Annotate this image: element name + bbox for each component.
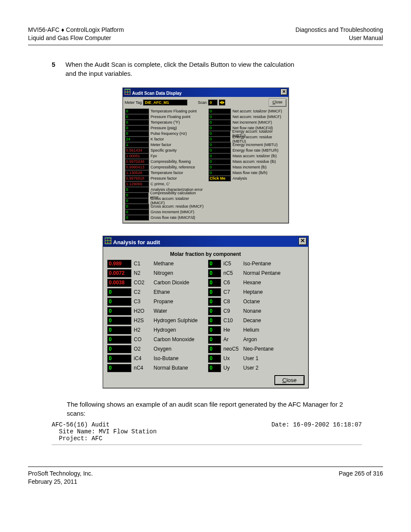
data-row: 24K factor	[125, 137, 204, 142]
component-name: Argon	[243, 336, 295, 342]
data-row: 1.130528Temperature factor	[125, 170, 204, 176]
value-field: 0	[208, 260, 221, 268]
value-field: 0	[208, 269, 221, 277]
meter-tag-field[interactable]: DIE_AFC_M1	[143, 100, 187, 106]
value-label: Energy increment (MBTU)	[231, 143, 278, 147]
component-name: Decane	[243, 317, 295, 324]
data-row: 0Mass accum: totalizer (lb)	[209, 153, 286, 159]
value-field: 0	[125, 193, 149, 198]
header-left-1: MVI56-AFC ♦ ControlLogix Platform	[28, 26, 124, 34]
component-symbol: C9	[224, 308, 241, 314]
component-name: Normal Pentane	[243, 270, 295, 276]
value-label: Gross increment (MMCF)	[149, 210, 195, 214]
component-name: Carbon Monoxide	[154, 336, 206, 342]
component-name: Iso-Pentane	[243, 261, 295, 267]
value-field: 0	[209, 114, 231, 120]
component-symbol: He	[224, 327, 241, 333]
arrow-left-icon[interactable]	[220, 101, 222, 104]
click-me-button[interactable]: Click Me	[209, 176, 231, 181]
value-field: 0	[125, 109, 149, 114]
component-name: Methane	[154, 261, 206, 267]
dialog-title: Audit Scan Data Display	[132, 91, 182, 96]
data-row: Click MeAnalysis	[209, 176, 286, 181]
value-field: 0	[209, 170, 231, 176]
value-label: Pressure Floating point	[149, 115, 191, 119]
data-row: 0.9976918Pressure factor	[125, 176, 204, 181]
value-field: 0.9980413	[125, 165, 149, 170]
step-number: 5	[52, 60, 59, 78]
data-row: 0.9980413Compressibility, reference	[125, 165, 204, 170]
component-name: User 1	[243, 355, 295, 361]
value-field: 0	[107, 326, 131, 334]
value-field: 0	[209, 159, 231, 165]
value-label: Gross accum: residue (MMCF)	[149, 204, 204, 208]
component-name: Nitrogen	[154, 270, 206, 276]
component-symbol: H2O	[134, 308, 151, 314]
step-text: When the Audit Scan is complete, click t…	[65, 60, 307, 78]
value-field: 0	[208, 279, 221, 287]
data-row: 0.9970248Compressibility, flowing	[125, 159, 204, 165]
data-row: 0Gross accum: totalizer (MMCF)	[125, 198, 204, 204]
value-field: 0	[125, 120, 149, 125]
value-label: Mass flow rate (lb/h)	[231, 171, 268, 175]
component-symbol: C8	[224, 299, 241, 305]
value-field: 0	[208, 288, 221, 296]
footer-company: ProSoft Technology, Inc.	[28, 470, 93, 478]
close-button-rest: lose	[275, 100, 283, 104]
value-field: 0.9970248	[125, 159, 149, 165]
report-line-1: AFC-56(16) Audit Date: 16-09-2002 16:18:…	[52, 421, 362, 428]
component-name: Propane	[154, 299, 206, 305]
component-symbol: O2	[134, 346, 151, 352]
value-label: Meter factor	[149, 143, 171, 147]
scan-arrows[interactable]	[219, 100, 225, 106]
component-symbol: H2S	[134, 317, 151, 324]
report-left: AFC-56(16) Audit	[52, 421, 109, 428]
component-symbol: neoC5	[224, 346, 241, 352]
component-symbol: C7	[224, 289, 241, 295]
value-field: 1.130528	[125, 170, 149, 176]
value-label: K factor	[149, 137, 164, 141]
component-symbol: N2	[134, 270, 151, 276]
audit-scan-dialog: Audit Scan Data Display ✕ Meter Tag DIE_…	[122, 87, 289, 224]
component-name: Water	[154, 308, 206, 314]
component-name: Normal Butane	[154, 365, 206, 371]
component-symbol: nC4	[134, 365, 151, 371]
data-row: 0Net accum: totalizer (MMCF)	[209, 109, 286, 114]
component-name: Helium	[243, 327, 295, 333]
report-line-2: Site Name: MVI Flow Station	[52, 428, 383, 435]
data-row: 0Mass increment (lb)	[209, 165, 286, 170]
component-symbol: C10	[224, 317, 241, 324]
component-name: User 2	[243, 365, 295, 371]
value-label: Temperature (°F)	[149, 120, 180, 124]
value-field: 0	[209, 120, 231, 125]
value-field: 0	[209, 109, 231, 114]
value-label: Analysis	[231, 176, 247, 180]
component-symbol: CO2	[134, 280, 151, 286]
component-symbol: C3	[134, 299, 151, 305]
value-field: 0	[208, 326, 221, 334]
step-5: 5 When the Audit Scan is complete, click…	[28, 60, 383, 78]
scan-field[interactable]: 0	[208, 100, 218, 106]
data-row: 0Mass flow rate (lb/h)	[209, 170, 286, 176]
component-name: Ethane	[154, 289, 206, 295]
value-label: Mass increment (lb)	[231, 165, 267, 169]
value-field: 0	[125, 204, 149, 209]
value-field: 0	[125, 131, 149, 137]
component-name: Hexane	[243, 280, 295, 286]
value-field: 0.561434	[125, 148, 149, 153]
component-symbol: iC5	[224, 261, 241, 267]
header-right-2: User Manual	[296, 34, 383, 42]
dialog-titlebar: Analysis for audit ✕	[103, 236, 308, 247]
arrow-right-icon[interactable]	[222, 101, 224, 104]
close-button[interactable]: Close	[275, 376, 304, 385]
close-icon[interactable]: ✕	[280, 89, 287, 95]
close-button[interactable]: Close	[269, 99, 286, 107]
close-icon[interactable]: ✕	[299, 237, 307, 245]
data-row: 0Pulse frequency (Hz)	[125, 131, 204, 137]
component-name: Oxygen	[154, 346, 206, 352]
value-field: 0.0038	[107, 279, 131, 287]
value-field: 0	[209, 153, 231, 159]
component-symbol: H2	[134, 327, 151, 333]
value-label: Mass accum: totalizer (lb)	[231, 154, 277, 158]
component-symbol: C1	[134, 261, 151, 267]
